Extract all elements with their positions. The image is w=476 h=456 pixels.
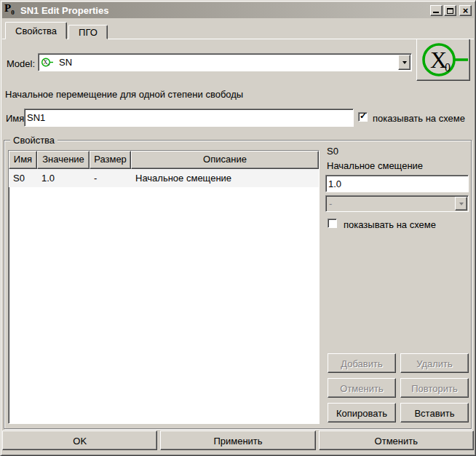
minimize-button[interactable] <box>430 5 443 16</box>
unit-combobox: - <box>325 195 469 212</box>
undo-button: Отменить <box>328 378 396 398</box>
window-title: SN1 Edit Properties <box>20 5 430 16</box>
redo-button: Повторить <box>400 378 469 398</box>
x0-symbol-icon: X 0 <box>417 39 469 80</box>
param-name: S0 <box>327 146 338 157</box>
show-on-schema-label: показывать на схеме <box>373 113 465 124</box>
titlebar: P0 SN1 Edit Properties × <box>2 2 474 18</box>
x0-node-icon: X 0 <box>41 57 55 68</box>
param-value-input[interactable] <box>325 175 469 192</box>
param-show-on-schema-label: показывать на схеме <box>344 219 436 230</box>
edit-properties-dialog: P0 SN1 Edit Properties × Свойства ПГО Mo… <box>0 0 476 456</box>
column-header-value[interactable]: Значение <box>37 151 90 169</box>
svg-text:0: 0 <box>445 61 451 74</box>
cell-name: S0 <box>9 173 37 184</box>
param-description: Начальное смещение <box>327 160 423 171</box>
element-description: Начальное перемещение для одной степени … <box>5 89 243 100</box>
add-button: Добавить <box>328 353 396 373</box>
cell-value: 1.0 <box>37 173 90 184</box>
model-label: Model: <box>7 58 35 69</box>
cell-description: Начальное смещение <box>131 173 319 184</box>
footer-button-row: OK Применить Отменить <box>2 431 474 450</box>
column-header-name[interactable]: Имя <box>9 151 37 169</box>
show-on-schema-checkbox[interactable] <box>358 112 368 122</box>
maximize-button[interactable] <box>444 5 456 16</box>
unit-dropdown-button <box>455 197 467 211</box>
delete-button: Удалить <box>400 353 469 373</box>
model-combobox[interactable]: X 0 SN <box>38 53 412 71</box>
column-header-description[interactable]: Описание <box>131 151 319 169</box>
properties-groupbox: Свойства Имя Значение Размер Описание S0… <box>4 140 472 429</box>
element-symbol-button[interactable]: X 0 <box>416 39 470 81</box>
ok-button[interactable]: OK <box>2 431 157 450</box>
table-header: Имя Значение Размер Описание <box>9 151 319 169</box>
action-button-grid: Добавить Удалить Отменить Повторить Копи… <box>328 353 469 422</box>
app-icon: P0 <box>4 2 17 18</box>
copy-button[interactable]: Копировать <box>328 403 396 422</box>
paste-button[interactable]: Вставить <box>400 403 469 422</box>
cancel-button[interactable]: Отменить <box>319 431 474 450</box>
name-input[interactable] <box>24 109 354 127</box>
cell-size: - <box>90 173 131 184</box>
chevron-down-icon <box>402 61 407 66</box>
tab-properties[interactable]: Свойства <box>5 22 67 39</box>
model-dropdown-button[interactable] <box>398 55 410 70</box>
apply-button[interactable]: Применить <box>160 431 315 450</box>
close-icon: × <box>460 5 471 16</box>
minimize-icon <box>433 12 439 13</box>
table-row[interactable]: S0 1.0 - Начальное смещение <box>9 169 319 187</box>
close-button[interactable]: × <box>459 5 472 16</box>
param-show-on-schema-checkbox[interactable] <box>328 219 337 228</box>
model-selected-value: SN <box>59 57 72 68</box>
unit-selected-value: - <box>329 198 332 209</box>
groupbox-title: Свойства <box>10 135 57 146</box>
properties-table: Имя Значение Размер Описание S0 1.0 - На… <box>8 150 320 424</box>
maximize-icon <box>447 8 453 14</box>
tabstrip: Свойства ПГО <box>5 22 109 39</box>
tab-pgo[interactable]: ПГО <box>68 25 108 39</box>
column-header-size[interactable]: Размер <box>90 151 131 169</box>
chevron-down-icon <box>459 203 464 208</box>
